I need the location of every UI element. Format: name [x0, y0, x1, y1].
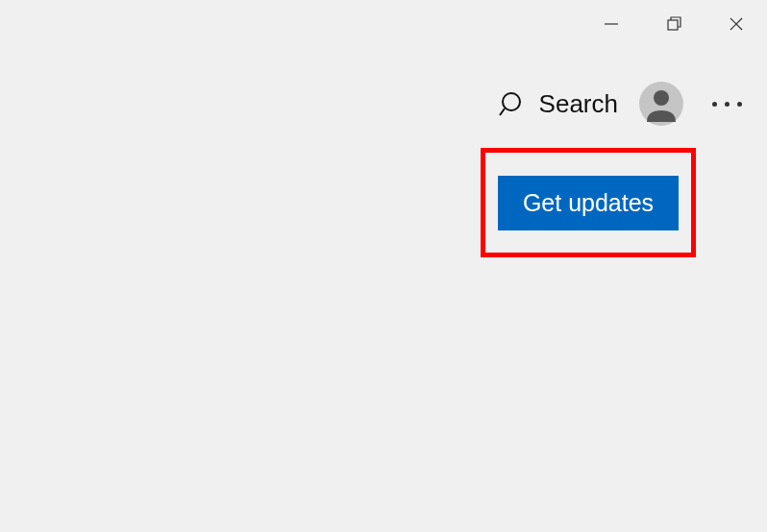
- svg-point-4: [503, 93, 520, 110]
- dot-icon: [725, 102, 730, 107]
- minimize-button[interactable]: [580, 0, 642, 48]
- user-avatar-button[interactable]: [639, 82, 683, 126]
- minimize-icon: [603, 15, 620, 33]
- search-input[interactable]: Search: [499, 89, 618, 119]
- maximize-button[interactable]: [642, 0, 705, 48]
- highlight-annotation: Get updates: [481, 148, 696, 257]
- toolbar: Search: [499, 82, 750, 126]
- more-options-button[interactable]: [705, 94, 750, 114]
- close-button[interactable]: [705, 0, 767, 48]
- svg-point-6: [654, 90, 669, 106]
- svg-line-5: [500, 109, 505, 115]
- window-controls: [580, 0, 767, 48]
- user-icon: [639, 82, 683, 126]
- search-icon: [499, 89, 528, 118]
- search-label: Search: [539, 89, 618, 119]
- get-updates-button[interactable]: Get updates: [498, 176, 679, 230]
- close-icon: [728, 15, 745, 33]
- maximize-icon: [665, 15, 682, 33]
- dot-icon: [712, 102, 717, 107]
- svg-rect-1: [668, 20, 678, 30]
- dot-icon: [737, 102, 742, 107]
